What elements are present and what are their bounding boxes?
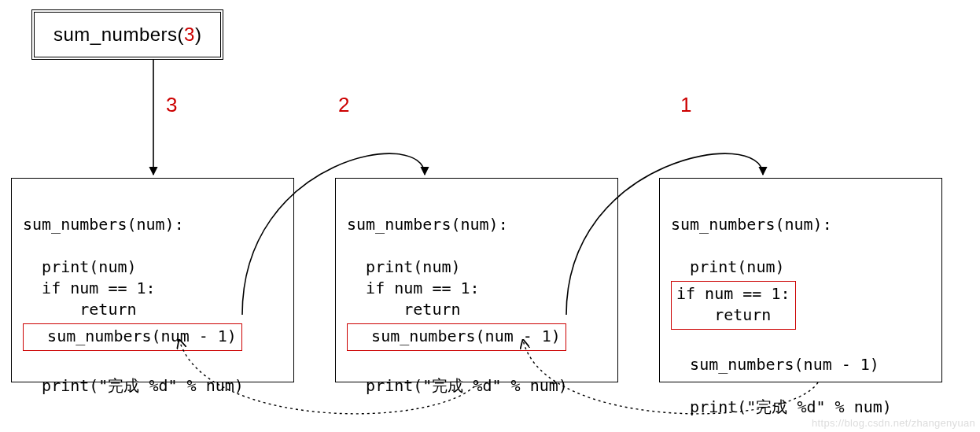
f2-cond: if num == 1: [366,279,480,297]
frame-2: sum_numbers(num): print(num) if num == 1… [335,178,618,382]
frame-1: sum_numbers(num): print(num) if num == 1… [11,178,294,382]
f3-def: sum_numbers(num): [671,215,832,234]
initial-call-box: sum_numbers(3) [31,9,223,60]
f2-rec: sum_numbers(num - 1) [371,327,561,345]
f3-print: print(num) [690,257,784,276]
f1-rec-highlight: sum_numbers(num - 1) [23,323,242,351]
watermark: https://blog.csdn.net/zhangenyuan [812,417,975,429]
f2-done: print("完成 %d" % num) [366,376,568,395]
f3-done: print("完成 %d" % num) [690,397,892,416]
f1-done: print("完成 %d" % num) [42,376,244,395]
f3-ret: return [676,305,771,324]
step-label-2: 2 [338,93,349,117]
step-label-1: 1 [680,93,691,117]
f1-cond: if num == 1: [42,279,156,297]
step-label-3: 3 [166,93,177,117]
f3-cond-highlight: if num == 1: return [671,281,796,330]
f1-rec: sum_numbers(num - 1) [47,327,237,345]
f3-cond: if num == 1: [676,284,790,303]
f1-def: sum_numbers(num): [23,215,184,234]
f2-print: print(num) [366,257,460,276]
call-fn: sum_numbers [53,24,178,45]
frame-3: sum_numbers(num): print(num) if num == 1… [659,178,942,382]
call-arg: 3 [184,24,195,45]
f2-def: sum_numbers(num): [347,215,508,234]
f2-rec-highlight: sum_numbers(num - 1) [347,323,566,351]
f2-ret: return [366,300,460,319]
f1-print: print(num) [42,257,136,276]
f1-ret: return [42,300,136,319]
f3-rec: sum_numbers(num - 1) [690,355,879,374]
